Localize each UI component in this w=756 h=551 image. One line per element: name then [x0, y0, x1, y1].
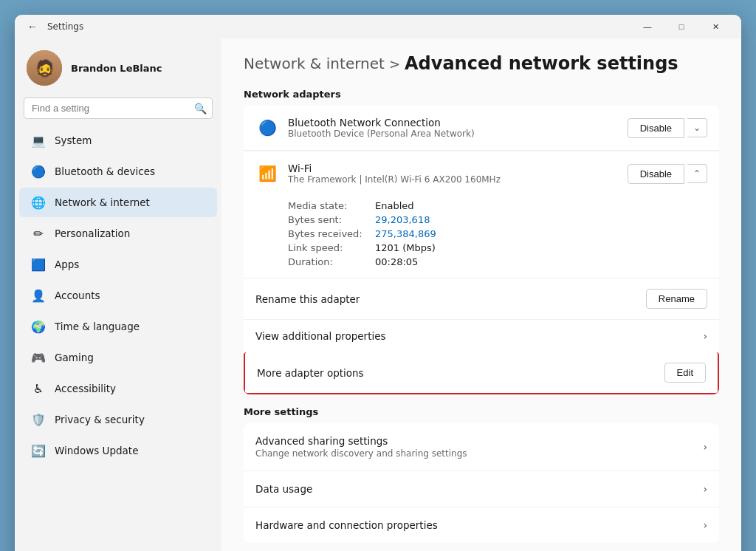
hardware-props-row[interactable]: Hardware and connection properties ›	[244, 507, 719, 543]
rename-adapter-row[interactable]: Rename this adapter Rename	[244, 278, 719, 319]
sidebar-item-label-personalization: Personalization	[55, 227, 130, 239]
settings-window: ← Settings — □ ✕ 🧔 Brandon LeBlanc 🔍	[15, 15, 741, 551]
user-profile: 🧔 Brandon LeBlanc	[15, 38, 221, 95]
media-state-value: Enabled	[375, 200, 414, 211]
wifi-adapter-info: Wi-Fi The Framework | Intel(R) Wi-Fi 6 A…	[288, 162, 619, 185]
back-button[interactable]: ←	[24, 18, 41, 35]
data-usage-title: Data usage	[255, 483, 703, 495]
main-content: Network & internet > Advanced network se…	[221, 38, 741, 551]
view-properties-label: View additional properties	[255, 330, 703, 342]
close-button[interactable]: ✕	[698, 15, 732, 38]
breadcrumb-separator: >	[389, 56, 400, 72]
more-adapter-options-row[interactable]: More adapter options Edit	[244, 352, 719, 394]
apps-icon: 🟦	[31, 257, 46, 272]
more-adapter-options-label: More adapter options	[257, 367, 664, 379]
sidebar-item-label-network: Network & internet	[55, 196, 150, 208]
sidebar-item-update[interactable]: 🔄 Windows Update	[19, 436, 217, 465]
privacy-icon: 🛡️	[31, 412, 46, 427]
bluetooth-disable-button[interactable]: Disable	[628, 118, 684, 138]
bluetooth-adapter-info: Bluetooth Network Connection Bluetooth D…	[288, 117, 619, 139]
sidebar-item-label-time: Time & language	[55, 321, 140, 332]
chevron-right-icon: ›	[703, 330, 707, 342]
wifi-details: Media state: Enabled Bytes sent: 29,203,…	[244, 196, 719, 278]
accessibility-icon: ♿	[31, 381, 46, 396]
breadcrumb-current: Advanced network settings	[405, 53, 678, 74]
wifi-adapter-icon: 📶	[255, 162, 279, 185]
bluetooth-adapter-name: Bluetooth Network Connection	[288, 117, 619, 129]
sidebar-item-label-accounts: Accounts	[55, 290, 100, 301]
advanced-sharing-title: Advanced sharing settings	[255, 435, 703, 447]
advanced-sharing-text: Advanced sharing settings Change network…	[255, 435, 703, 459]
duration-label: Duration:	[288, 256, 369, 267]
sidebar-item-label-gaming: Gaming	[55, 352, 94, 363]
sidebar-item-privacy[interactable]: 🛡️ Privacy & security	[19, 405, 217, 434]
advanced-sharing-row[interactable]: Advanced sharing settings Change network…	[244, 423, 719, 471]
system-icon: 💻	[31, 133, 46, 148]
media-state-row: Media state: Enabled	[288, 199, 707, 213]
wifi-adapter-controls: Disable ⌃	[628, 164, 707, 184]
window-title: Settings	[47, 21, 83, 32]
more-settings-card: Advanced sharing settings Change network…	[244, 423, 719, 543]
sidebar-item-label-system: System	[55, 134, 92, 146]
view-properties-row[interactable]: View additional properties ›	[244, 319, 719, 352]
sidebar-item-label-bluetooth: Bluetooth & devices	[55, 165, 155, 177]
duration-row: Duration: 00:28:05	[288, 255, 707, 269]
avatar-image: 🧔	[27, 50, 62, 86]
bluetooth-adapter-controls: Disable ⌄	[628, 118, 707, 138]
sidebar-item-accounts[interactable]: 👤 Accounts	[19, 281, 217, 310]
more-adapter-action: Edit	[664, 363, 706, 383]
advanced-sharing-desc: Change network discovery and sharing set…	[255, 448, 703, 459]
sidebar-item-personalization[interactable]: ✏️ Personalization	[19, 219, 217, 248]
bluetooth-adapter-desc: Bluetooth Device (Personal Area Network)	[288, 129, 619, 139]
network-icon: 🌐	[31, 195, 46, 210]
hardware-props-text: Hardware and connection properties	[255, 519, 703, 531]
data-usage-text: Data usage	[255, 483, 703, 495]
sidebar-item-label-privacy: Privacy & security	[55, 414, 145, 425]
wifi-adapter-desc: The Framework | Intel(R) Wi-Fi 6 AX200 1…	[288, 174, 619, 185]
time-icon: 🌍	[31, 319, 46, 334]
bytes-received-row: Bytes received: 275,384,869	[288, 227, 707, 241]
hardware-props-chevron-icon: ›	[703, 519, 707, 531]
maximize-button[interactable]: □	[664, 15, 698, 38]
edit-adapter-button[interactable]: Edit	[664, 363, 706, 383]
bytes-sent-row: Bytes sent: 29,203,618	[288, 213, 707, 227]
breadcrumb: Network & internet > Advanced network se…	[244, 53, 719, 74]
sidebar-item-network[interactable]: 🌐 Network & internet	[19, 188, 217, 217]
bytes-received-label: Bytes received:	[288, 228, 369, 239]
content-area: 🧔 Brandon LeBlanc 🔍 💻 System 🔵 Bluetooth…	[15, 38, 741, 551]
data-usage-row[interactable]: Data usage ›	[244, 471, 719, 507]
advanced-sharing-chevron-icon: ›	[703, 441, 707, 453]
bluetooth-expand-button[interactable]: ⌄	[687, 118, 707, 137]
bytes-sent-value: 29,203,618	[375, 214, 430, 225]
hardware-props-title: Hardware and connection properties	[255, 519, 703, 531]
wifi-disable-button[interactable]: Disable	[628, 164, 684, 184]
sidebar-item-accessibility[interactable]: ♿ Accessibility	[19, 374, 217, 403]
bytes-received-value: 275,384,869	[375, 228, 436, 239]
search-input[interactable]	[24, 97, 213, 119]
sidebar-item-gaming[interactable]: 🎮 Gaming	[19, 343, 217, 372]
search-box: 🔍	[24, 97, 213, 119]
media-state-label: Media state:	[288, 200, 369, 211]
adapters-card: 🔵 Bluetooth Network Connection Bluetooth…	[244, 106, 719, 394]
minimize-button[interactable]: —	[630, 15, 664, 38]
sidebar-item-bluetooth[interactable]: 🔵 Bluetooth & devices	[19, 157, 217, 186]
sidebar-item-label-accessibility: Accessibility	[55, 383, 116, 394]
titlebar-controls: — □ ✕	[630, 15, 732, 38]
sidebar-item-label-apps: Apps	[55, 259, 79, 270]
wifi-header-row: 📶 Wi-Fi The Framework | Intel(R) Wi-Fi 6…	[244, 151, 719, 196]
bluetooth-icon: 🔵	[31, 164, 46, 179]
link-speed-row: Link speed: 1201 (Mbps)	[288, 241, 707, 255]
sidebar-item-system[interactable]: 💻 System	[19, 126, 217, 155]
sidebar-item-time[interactable]: 🌍 Time & language	[19, 312, 217, 341]
sidebar-item-apps[interactable]: 🟦 Apps	[19, 250, 217, 279]
titlebar-left: ← Settings	[24, 18, 83, 35]
sidebar-item-label-update: Windows Update	[55, 445, 138, 456]
wifi-collapse-button[interactable]: ⌃	[687, 164, 707, 183]
titlebar: ← Settings — □ ✕	[15, 15, 741, 38]
update-icon: 🔄	[31, 443, 46, 458]
bytes-sent-label: Bytes sent:	[288, 214, 369, 225]
link-speed-value: 1201 (Mbps)	[375, 242, 436, 253]
data-usage-chevron-icon: ›	[703, 483, 707, 495]
rename-adapter-button[interactable]: Rename	[646, 289, 707, 309]
breadcrumb-parent: Network & internet	[244, 55, 385, 72]
